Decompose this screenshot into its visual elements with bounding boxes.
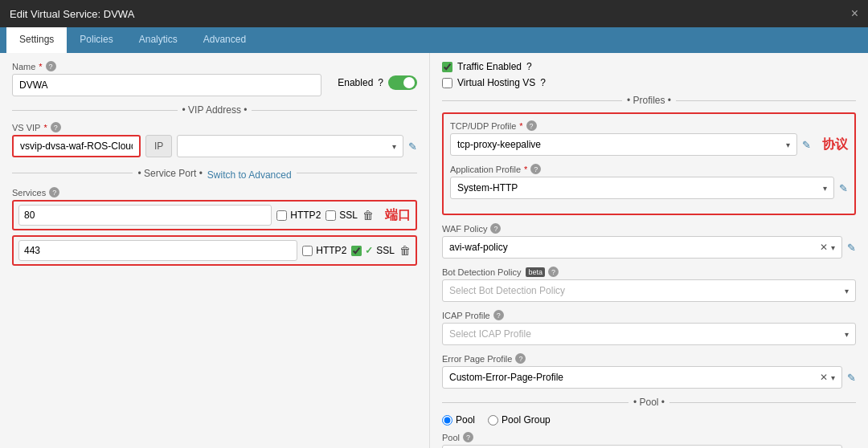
bot-input-row: Select Bot Detection Policy ▾	[442, 279, 856, 302]
http2-checkbox-2[interactable]	[302, 246, 313, 256]
app-info-icon: ?	[530, 164, 541, 174]
tab-advanced[interactable]: Advanced	[190, 27, 259, 53]
bot-beta-badge: beta	[526, 267, 545, 277]
error-caret-icon: ▾	[831, 373, 835, 382]
pool-input-row: ROS-Cloud-Pool-dvsa-waf ✕ ▾ ✎	[442, 445, 856, 448]
delete-service-1-icon[interactable]: 🗑	[362, 209, 374, 222]
close-button[interactable]: ×	[851, 6, 858, 21]
traffic-enabled-label: Traffic Enabled	[457, 61, 522, 72]
tcp-info-icon: ?	[526, 120, 537, 131]
service-port-section: • Service Port • Switch to Advanced Serv…	[12, 165, 417, 266]
service-row-2: HTTP2 ✓ SSL 🗑	[12, 235, 417, 266]
switch-to-advanced-link[interactable]: Switch to Advanced	[207, 169, 292, 181]
main-content: Name* ? Enabled ? • VIP Address • VS VIP…	[0, 53, 868, 448]
bot-info-icon: ?	[548, 267, 559, 277]
dialog-title: Edit Virtual Service: DVWA	[10, 8, 134, 20]
name-input[interactable]	[12, 74, 321, 96]
vip-section-header: • VIP Address •	[12, 104, 417, 116]
vip-edit-icon[interactable]: ✎	[408, 141, 417, 153]
app-profile-label: Application Profile* ?	[450, 164, 848, 174]
traffic-info-icon: ?	[526, 61, 532, 72]
tab-analytics[interactable]: Analytics	[126, 27, 190, 53]
service-port-1-input[interactable]	[18, 205, 272, 226]
pool-select[interactable]: ROS-Cloud-Pool-dvsa-waf ✕ ▾	[442, 445, 842, 448]
tcp-udp-profile-field: TCP/UDP Profile* ? tcp-proxy-keepalive ▾…	[450, 120, 848, 156]
http2-checkbox-1[interactable]	[276, 210, 287, 221]
http2-checkbox-2-label: HTTP2	[302, 245, 346, 256]
name-info-icon: ?	[46, 61, 56, 71]
delete-service-2-icon[interactable]: 🗑	[399, 244, 411, 257]
port-annotation: 端口	[385, 207, 411, 224]
error-page-input-row: Custom-Error-Page-Profile ✕ ▾ ✎	[442, 366, 856, 389]
waf-clear-icon[interactable]: ✕	[820, 242, 828, 253]
tcp-caret-icon: ▾	[786, 141, 790, 149]
tab-bar: Settings Policies Analytics Advanced	[0, 27, 868, 53]
pool-type-radio-group: Pool Pool Group	[442, 414, 856, 426]
tcp-udp-select[interactable]: tcp-proxy-keepalive ▾	[450, 133, 797, 156]
icap-input-row: Select ICAP Profile ▾	[442, 323, 856, 345]
pool-group-radio-label: Pool Group	[488, 414, 551, 426]
vs-vip-input[interactable]	[12, 135, 141, 157]
pool-info-icon: ?	[463, 432, 473, 442]
traffic-enabled-row: Traffic Enabled ?	[442, 61, 856, 72]
waf-policy-field: WAF Policy ? avi-waf-policy ✕ ▾ ✎	[442, 223, 856, 259]
vs-vip-info-icon: ?	[51, 122, 61, 132]
application-profile-field: Application Profile* ? System-HTTP ▾ ✎	[450, 164, 848, 199]
title-bar: Edit Virtual Service: DVWA ×	[0, 0, 868, 27]
pool-field: Pool ? ROS-Cloud-Pool-dvsa-waf ✕ ▾ ✎	[442, 432, 856, 448]
app-edit-icon[interactable]: ✎	[839, 182, 848, 194]
vs-vip-input-row: IP ▾ ✎	[12, 135, 417, 157]
tab-settings[interactable]: Settings	[6, 27, 67, 53]
tab-policies[interactable]: Policies	[67, 27, 125, 53]
app-caret-icon: ▾	[823, 184, 827, 193]
services-label: Services ?	[12, 187, 417, 198]
http2-checkbox-1-label: HTTP2	[276, 210, 321, 221]
waf-input-row: avi-waf-policy ✕ ▾ ✎	[442, 236, 856, 259]
tcp-edit-icon[interactable]: ✎	[802, 139, 811, 151]
enabled-info-icon: ?	[378, 77, 383, 88]
waf-edit-icon[interactable]: ✎	[847, 242, 856, 254]
ssl-checkbox-1-label: SSL	[326, 210, 358, 221]
enabled-toggle[interactable]	[388, 75, 417, 90]
ssl-checkbox-2[interactable]	[351, 246, 362, 256]
virtual-hosting-checkbox[interactable]	[442, 78, 452, 88]
error-edit-icon[interactable]: ✎	[847, 372, 856, 384]
virtual-hosting-row: Virtual Hosting VS ?	[442, 77, 856, 88]
icap-info-icon: ?	[493, 310, 504, 320]
pool-radio-label: Pool	[442, 414, 475, 426]
service-port-2-input[interactable]	[18, 240, 297, 261]
vip-address-select[interactable]: ▾	[177, 135, 403, 157]
pool-section-header: • Pool •	[442, 397, 856, 408]
error-page-field: Error Page Profile ? Custom-Error-Page-P…	[442, 353, 856, 389]
waf-policy-label: WAF Policy ?	[442, 223, 856, 234]
virtual-hosting-info-icon: ?	[540, 77, 546, 88]
enabled-label: Enabled	[338, 77, 373, 88]
bot-detection-field: Bot Detection Policy beta ? Select Bot D…	[442, 267, 856, 302]
traffic-enabled-checkbox[interactable]	[442, 62, 452, 72]
icap-select[interactable]: Select ICAP Profile ▾	[442, 323, 856, 345]
waf-info-icon: ?	[490, 223, 501, 234]
profiles-section-header: • Profiles •	[442, 95, 856, 106]
icap-profile-field: ICAP Profile ? Select ICAP Profile ▾	[442, 310, 856, 345]
protocol-annotation: 协议	[822, 136, 848, 153]
services-info-icon: ?	[49, 187, 59, 198]
bot-select[interactable]: Select Bot Detection Policy ▾	[442, 279, 856, 302]
tcp-udp-label: TCP/UDP Profile* ?	[450, 120, 848, 131]
enabled-field: Enabled ?	[338, 61, 417, 90]
error-page-info-icon: ?	[515, 353, 526, 364]
pool-group-radio[interactable]	[488, 415, 498, 426]
ssl-checkbox-2-label: ✓ SSL	[351, 245, 395, 256]
error-page-select[interactable]: Custom-Error-Page-Profile ✕ ▾	[442, 366, 842, 389]
bot-caret-icon: ▾	[845, 287, 849, 295]
icap-caret-icon: ▾	[845, 330, 849, 339]
ssl-checkbox-1[interactable]	[326, 210, 336, 221]
name-enabled-row: Name* ? Enabled ?	[12, 61, 417, 96]
left-panel: Name* ? Enabled ? • VIP Address • VS VIP…	[0, 53, 430, 448]
pool-radio[interactable]	[442, 415, 452, 426]
waf-select[interactable]: avi-waf-policy ✕ ▾	[442, 236, 842, 259]
app-profile-select[interactable]: System-HTTP ▾	[450, 177, 834, 199]
name-label: Name* ?	[12, 61, 321, 71]
vip-select-caret: ▾	[392, 142, 396, 151]
error-clear-icon[interactable]: ✕	[820, 372, 828, 383]
right-panel: Traffic Enabled ? Virtual Hosting VS ? •…	[430, 53, 868, 448]
